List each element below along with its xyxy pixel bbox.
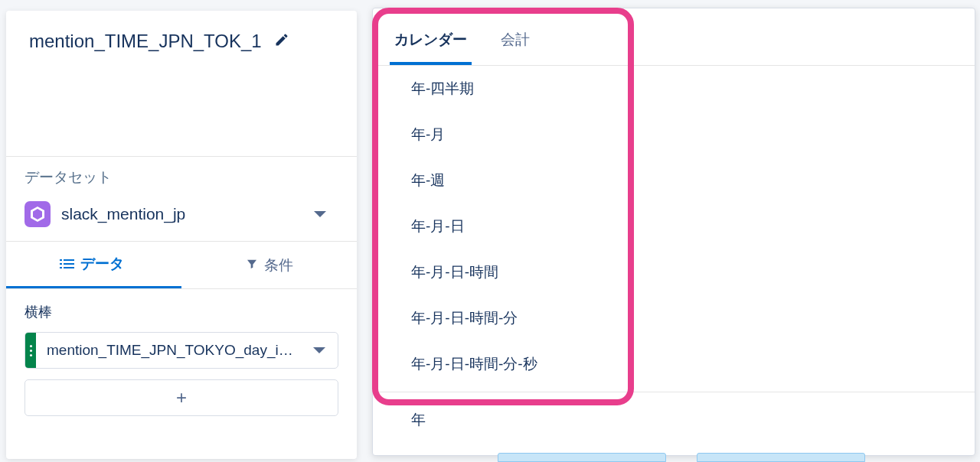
dropdown-tabs: カレンダー 会計 — [373, 8, 975, 66]
chart-bar — [697, 453, 865, 462]
tab-filter-label: 条件 — [264, 255, 293, 275]
panel-tabs: データ 条件 — [6, 241, 357, 289]
background-chart-bars — [498, 453, 865, 462]
chevron-down-icon — [302, 211, 338, 217]
option-year-month[interactable]: 年-月 — [373, 112, 975, 158]
tab-calendar-label: カレンダー — [394, 31, 467, 47]
plus-icon: + — [176, 387, 187, 408]
option-ymd-hour-min[interactable]: 年-月-日-時間-分 — [373, 295, 975, 341]
edit-title-icon[interactable] — [274, 32, 289, 50]
left-config-panel: mention_TIME_JPN_TOK_1 データセット slack_ment… — [6, 11, 357, 459]
chart-bar — [498, 453, 666, 462]
option-year-quarter[interactable]: 年-四半期 — [373, 66, 975, 112]
option-ymd-hour-min-sec[interactable]: 年-月-日-時間-分-秒 — [373, 341, 975, 387]
tab-fiscal[interactable]: 会計 — [496, 19, 534, 65]
spacer — [6, 67, 357, 156]
dataset-icon — [24, 201, 51, 227]
chevron-down-icon[interactable] — [301, 347, 338, 353]
field-group-label: 横棒 — [24, 303, 338, 321]
fields-section: 横棒 mention_TIME_JPN_TOKYO_day_in_ + — [6, 289, 357, 430]
filter-icon — [246, 257, 258, 274]
widget-title: mention_TIME_JPN_TOK_1 — [29, 31, 262, 52]
divider — [373, 392, 975, 392]
tab-data[interactable]: データ — [6, 242, 181, 288]
drag-handle-icon[interactable] — [25, 333, 36, 368]
dataset-selector[interactable]: slack_mention_jp — [6, 195, 357, 241]
field-pill-text: mention_TIME_JPN_TOKYO_day_in_ — [36, 342, 301, 359]
dropdown-list: 年-四半期 年-月 年-週 年-月-日 年-月-日-時間 年-月-日-時間-分 … — [373, 66, 975, 443]
option-year-week[interactable]: 年-週 — [373, 158, 975, 203]
list-icon — [64, 259, 74, 268]
date-granularity-dropdown: カレンダー 会計 年-四半期 年-月 年-週 年-月-日 年-月-日-時間 年-… — [372, 8, 975, 456]
dataset-section-label: データセット — [6, 157, 357, 195]
tab-filter[interactable]: 条件 — [181, 242, 357, 288]
tab-calendar[interactable]: カレンダー — [390, 19, 472, 65]
tab-fiscal-label: 会計 — [501, 31, 530, 47]
option-year[interactable]: 年 — [373, 397, 975, 443]
option-year-month-day[interactable]: 年-月-日 — [373, 203, 975, 249]
title-row: mention_TIME_JPN_TOK_1 — [6, 11, 357, 67]
tab-data-label: データ — [80, 254, 124, 274]
dataset-name: slack_mention_jp — [61, 205, 302, 223]
option-ymd-hour[interactable]: 年-月-日-時間 — [373, 249, 975, 295]
field-pill[interactable]: mention_TIME_JPN_TOKYO_day_in_ — [24, 332, 338, 369]
add-field-button[interactable]: + — [24, 379, 338, 416]
